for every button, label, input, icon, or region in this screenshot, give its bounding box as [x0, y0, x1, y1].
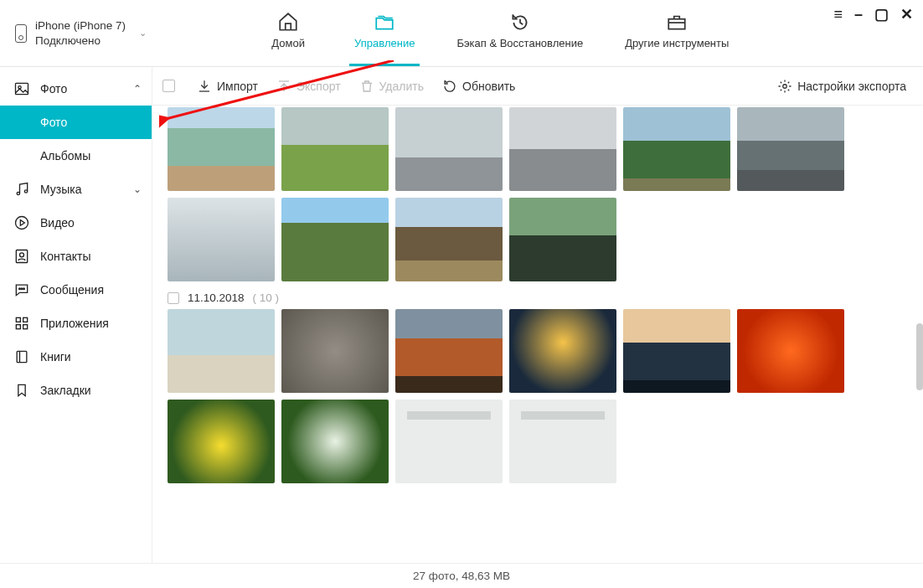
- photo-thumb[interactable]: [509, 400, 616, 483]
- device-selector[interactable]: iPhone (iPhone 7) Подключено ⌄: [0, 0, 159, 66]
- svg-rect-6: [16, 250, 27, 263]
- sidebar-item-messages[interactable]: Сообщения: [0, 273, 152, 307]
- photo-thumb[interactable]: [281, 400, 389, 483]
- sidebar-item-apps[interactable]: Приложения: [0, 307, 152, 340]
- scrollbar[interactable]: [916, 106, 923, 563]
- svg-point-3: [17, 192, 19, 194]
- svg-point-7: [20, 253, 24, 257]
- svg-rect-15: [17, 351, 27, 362]
- nav-backup-label: Бэкап & Восстановление: [456, 37, 583, 49]
- sidebar-sub-albums[interactable]: Альбомы: [0, 139, 152, 173]
- restore-icon: [508, 10, 533, 34]
- nav-manage-label: Управление: [354, 37, 415, 49]
- photo-thumb[interactable]: [623, 309, 730, 393]
- sidebar-video-label: Видео: [40, 216, 75, 230]
- photo-thumb[interactable]: [168, 309, 275, 393]
- svg-point-10: [23, 288, 25, 290]
- nav-backup[interactable]: Бэкап & Восстановление: [451, 7, 588, 66]
- chevron-down-icon: ⌄: [133, 183, 142, 195]
- svg-point-9: [21, 288, 23, 290]
- photo-thumb[interactable]: [395, 107, 503, 191]
- content-area: Импорт Экспорт Удалить Обновить Настройк…: [152, 67, 923, 563]
- maximize-button[interactable]: ▢: [874, 7, 889, 22]
- photo-thumb[interactable]: [509, 107, 616, 191]
- date-group-header[interactable]: 11.10.2018 ( 10 ): [168, 291, 908, 304]
- sidebar-item-video[interactable]: Видео: [0, 206, 152, 240]
- status-bar: 27 фото, 48,63 MB: [0, 563, 923, 588]
- photo-thumb[interactable]: [737, 107, 844, 191]
- svg-rect-1: [16, 83, 28, 94]
- sidebar-item-books[interactable]: Книги: [0, 340, 152, 374]
- photo-thumb[interactable]: [623, 107, 730, 191]
- window-controls: ≡ – ▢ ✕: [833, 0, 923, 66]
- photo-thumb[interactable]: [281, 309, 389, 393]
- main-nav: Домой Управление Бэкап & Восстановление …: [159, 0, 833, 66]
- export-settings-button[interactable]: Настройки экспорта: [777, 79, 906, 94]
- book-icon: [13, 348, 30, 365]
- import-button[interactable]: Импорт: [197, 79, 258, 94]
- photo-grid[interactable]: 11.10.2018 ( 10 ): [152, 106, 923, 563]
- nav-tools-label: Другие инструменты: [625, 37, 729, 49]
- sidebar: Фото ⌃ Фото Альбомы Музыка ⌄ Видео Конта…: [0, 67, 152, 563]
- photo-thumb[interactable]: [737, 309, 844, 393]
- sidebar-photo-label: Фото: [40, 82, 67, 95]
- export-settings-label: Настройки экспорта: [797, 80, 906, 93]
- date-group-checkbox[interactable]: [168, 292, 179, 304]
- sidebar-item-music[interactable]: Музыка ⌄: [0, 173, 152, 206]
- play-circle-icon: [13, 214, 30, 231]
- photo-thumb[interactable]: [281, 107, 389, 191]
- export-icon: [276, 79, 291, 94]
- svg-point-16: [783, 84, 787, 88]
- nav-home-label: Домой: [271, 37, 305, 49]
- photo-thumb[interactable]: [395, 309, 503, 393]
- sidebar-messages-label: Сообщения: [40, 283, 104, 297]
- music-icon: [13, 181, 30, 198]
- date-group-count: ( 10 ): [253, 291, 280, 304]
- photo-thumb[interactable]: [168, 198, 275, 281]
- photo-thumb[interactable]: [395, 400, 503, 483]
- photo-thumb[interactable]: [281, 198, 389, 281]
- svg-point-8: [19, 288, 21, 290]
- select-all-checkbox[interactable]: [162, 80, 175, 92]
- refresh-button[interactable]: Обновить: [442, 79, 515, 94]
- home-icon: [276, 10, 301, 34]
- svg-rect-11: [16, 317, 20, 322]
- nav-manage[interactable]: Управление: [349, 7, 420, 66]
- photo-thumb[interactable]: [395, 198, 503, 281]
- gear-icon: [777, 79, 792, 94]
- contacts-icon: [13, 248, 30, 265]
- import-label: Импорт: [217, 80, 258, 93]
- svg-rect-14: [23, 325, 28, 329]
- svg-rect-0: [669, 19, 686, 29]
- nav-home[interactable]: Домой: [259, 7, 317, 66]
- photo-thumb[interactable]: [509, 198, 616, 281]
- phone-icon: [15, 24, 27, 43]
- folder-stack-icon: [372, 10, 397, 34]
- delete-button[interactable]: Удалить: [359, 79, 424, 94]
- menu-icon[interactable]: ≡: [833, 7, 843, 22]
- nav-tools[interactable]: Другие инструменты: [620, 7, 734, 66]
- chevron-up-icon: ⌃: [133, 83, 142, 95]
- sidebar-contacts-label: Контакты: [40, 250, 90, 263]
- photo-thumb[interactable]: [168, 107, 275, 191]
- sidebar-sub-albums-label: Альбомы: [40, 149, 90, 162]
- toolbar: Импорт Экспорт Удалить Обновить Настройк…: [152, 67, 923, 106]
- chat-icon: [13, 281, 30, 298]
- svg-rect-12: [23, 317, 28, 322]
- sidebar-item-bookmarks[interactable]: Закладки: [0, 374, 152, 407]
- minimize-button[interactable]: –: [854, 7, 863, 22]
- sidebar-item-photo[interactable]: Фото ⌃: [0, 72, 152, 106]
- sidebar-item-contacts[interactable]: Контакты: [0, 240, 152, 273]
- photo-thumb[interactable]: [509, 309, 616, 393]
- export-button[interactable]: Экспорт: [276, 79, 341, 94]
- apps-grid-icon: [13, 315, 30, 332]
- photo-thumb[interactable]: [168, 400, 275, 483]
- date-group-date: 11.10.2018: [188, 291, 245, 304]
- close-button[interactable]: ✕: [900, 7, 913, 22]
- sidebar-sub-photos[interactable]: Фото: [0, 106, 152, 139]
- delete-label: Удалить: [379, 80, 424, 93]
- device-name: iPhone (iPhone 7): [35, 18, 126, 34]
- sidebar-music-label: Музыка: [40, 183, 82, 196]
- chevron-down-icon: ⌄: [139, 28, 147, 39]
- sidebar-bookmarks-label: Закладки: [40, 384, 91, 397]
